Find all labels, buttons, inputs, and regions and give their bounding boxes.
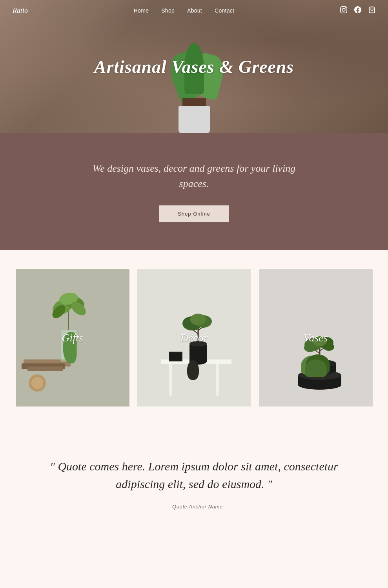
nav-link-shop[interactable]: Shop — [161, 7, 175, 14]
svg-rect-28 — [169, 352, 182, 361]
svg-rect-16 — [169, 364, 172, 396]
svg-point-6 — [31, 377, 44, 389]
nav-link-contact[interactable]: Contact — [215, 7, 234, 14]
tagline-text: We design vases, decor and greens for yo… — [88, 161, 300, 191]
product-label-vases[interactable]: Vases — [303, 332, 328, 344]
nav-icon-group — [340, 6, 375, 15]
svg-point-46 — [323, 343, 334, 351]
nav-item-contact[interactable]: Contact — [215, 7, 234, 14]
svg-rect-19 — [189, 344, 207, 363]
svg-point-45 — [304, 343, 316, 352]
product-card-gifts[interactable]: Gifts — [16, 269, 129, 407]
svg-rect-4 — [27, 367, 63, 371]
cart-icon[interactable] — [368, 6, 375, 15]
product-grid-section: Gifts — [0, 250, 388, 426]
product-card-decor[interactable]: Décor — [137, 269, 251, 407]
svg-point-40 — [312, 358, 320, 363]
svg-point-26 — [190, 314, 206, 325]
site-logo[interactable]: Ratio — [13, 7, 28, 15]
hero-title: Artisanal Vases & Greens — [94, 56, 294, 77]
site-header: Ratio Home Shop About Contact — [0, 0, 388, 21]
instagram-icon[interactable] — [340, 6, 347, 15]
svg-point-35 — [303, 359, 336, 367]
plant-pot — [179, 106, 210, 133]
tagline-section: We design vases, decor and greens for yo… — [0, 133, 388, 250]
quote-attribution: — Quote Anchor Name — [165, 504, 223, 510]
nav-item-about[interactable]: About — [187, 7, 202, 14]
product-image-gifts: Gifts — [16, 269, 129, 407]
product-image-decor: Décor — [137, 269, 251, 407]
nav-link-about[interactable]: About — [187, 7, 202, 14]
nav-item-shop[interactable]: Shop — [161, 7, 175, 14]
facebook-icon[interactable] — [354, 6, 361, 15]
product-label-gifts[interactable]: Gifts — [62, 332, 83, 344]
product-label-decor[interactable]: Décor — [180, 332, 208, 344]
svg-rect-17 — [216, 364, 219, 396]
nav-link-home[interactable]: Home — [134, 7, 149, 14]
main-nav: Home Shop About Contact — [134, 7, 235, 14]
svg-point-41 — [321, 358, 327, 361]
product-image-vases: Vases — [259, 269, 373, 407]
nav-item-home[interactable]: Home — [134, 7, 149, 14]
shop-online-button[interactable]: Shop Online — [159, 205, 229, 222]
nav-links: Home Shop About Contact — [134, 7, 235, 14]
quote-text: " Quote comes here. Lorem ipsum dolor si… — [45, 457, 343, 493]
product-card-vases[interactable]: Vases — [259, 269, 373, 407]
quote-section: " Quote comes here. Lorem ipsum dolor si… — [0, 426, 388, 541]
hero-plant-illustration — [159, 24, 230, 133]
